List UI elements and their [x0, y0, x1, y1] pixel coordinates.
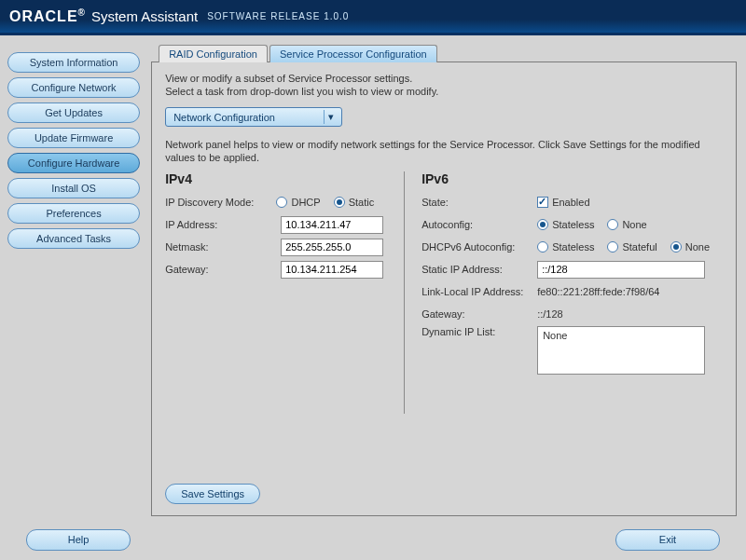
panel-hint: Network panel helps to view or modify ne… — [165, 138, 723, 164]
ipv4-dhcp-radio[interactable]: DHCP — [276, 197, 320, 208]
ipv4-netmask-input[interactable] — [281, 239, 383, 256]
ipv6-static-ip-label: Static IP Address: — [421, 264, 537, 275]
task-dropdown-value: Network Configuration — [173, 112, 275, 123]
ipv4-discovery-label: IP Discovery Mode: — [165, 197, 276, 208]
sidebar-item-preferences[interactable]: Preferences — [7, 203, 140, 224]
ipv4-section: IPv4 IP Discovery Mode: DHCP Static IP A… — [165, 171, 387, 414]
sidebar: System Information Configure Network Get… — [0, 35, 147, 522]
product-name: System Assistant — [91, 8, 198, 24]
sidebar-item-configure-hardware[interactable]: Configure Hardware — [7, 153, 140, 173]
ipv4-ip-label: IP Address: — [165, 219, 281, 230]
panel-description: View or modify a subset of Service Proce… — [165, 72, 723, 98]
sidebar-item-install-os[interactable]: Install OS — [7, 178, 140, 198]
ipv4-static-radio[interactable]: Static — [334, 197, 375, 208]
ipv4-gateway-label: Gateway: — [165, 264, 281, 275]
sidebar-item-system-information[interactable]: System Information — [7, 52, 140, 73]
ipv6-dhcpv6-label: DHCPv6 Autoconfig: — [421, 241, 537, 253]
ipv6-static-ip-input[interactable] — [537, 261, 705, 279]
sidebar-item-get-updates[interactable]: Get Updates — [7, 102, 140, 123]
tab-bar: RAID Configuration Service Processor Con… — [159, 45, 737, 62]
ipv6-dhcpv6-stateful-radio[interactable]: Stateful — [607, 241, 656, 253]
ipv6-section: IPv6 State: Enabled Autoconfig: Stateles… — [421, 171, 723, 414]
sidebar-item-configure-network[interactable]: Configure Network — [7, 77, 140, 98]
ipv6-link-local-label: Link-Local IP Address: — [421, 286, 537, 297]
ipv6-dynamic-list-label: Dynamic IP List: — [421, 326, 537, 337]
ipv6-enabled-checkbox[interactable]: Enabled — [537, 197, 589, 208]
task-dropdown[interactable]: Network Configuration ▾ — [165, 107, 342, 127]
ipv4-netmask-label: Netmask: — [165, 241, 281, 253]
sidebar-item-update-firmware[interactable]: Update Firmware — [7, 128, 140, 148]
sidebar-item-advanced-tasks[interactable]: Advanced Tasks — [7, 228, 140, 249]
help-button[interactable]: Help — [26, 529, 131, 551]
ipv6-gateway-value: ::/128 — [537, 308, 563, 320]
save-settings-button[interactable]: Save Settings — [165, 484, 260, 504]
ipv6-dhcpv6-stateless-radio[interactable]: Stateless — [537, 241, 594, 253]
release-subtitle: SOFTWARE RELEASE 1.0.0 — [207, 11, 349, 21]
app-header: ORACLE® System Assistant SOFTWARE RELEAS… — [0, 0, 746, 34]
main-panel: View or modify a subset of Service Proce… — [151, 61, 737, 516]
ipv4-gateway-input[interactable] — [281, 261, 383, 279]
brand-logo: ORACLE® — [9, 7, 86, 25]
tab-service-processor-configuration[interactable]: Service Processor Configuration — [269, 45, 437, 62]
column-divider — [404, 171, 405, 414]
ipv6-autoconfig-stateless-radio[interactable]: Stateless — [537, 219, 594, 230]
ipv4-heading: IPv4 — [165, 171, 387, 186]
panel-description-line1: View or modify a subset of Service Proce… — [165, 72, 723, 85]
ipv6-link-local-value: fe80::221:28ff:fede:7f98/64 — [537, 286, 659, 297]
tab-raid-configuration[interactable]: RAID Configuration — [159, 45, 268, 62]
ipv6-autoconfig-none-radio[interactable]: None — [607, 219, 646, 230]
panel-description-line2: Select a task from drop-down list you wi… — [165, 85, 723, 98]
ipv6-heading: IPv6 — [421, 171, 723, 186]
ipv6-dhcpv6-none-radio[interactable]: None — [670, 241, 710, 253]
ipv4-ip-input[interactable] — [281, 216, 383, 234]
ipv6-autoconfig-label: Autoconfig: — [421, 219, 537, 230]
footer: Help Exit — [0, 522, 746, 558]
chevron-down-icon: ▾ — [324, 110, 338, 124]
ipv6-dynamic-ip-list[interactable]: None — [537, 326, 705, 375]
ipv6-state-label: State: — [421, 197, 537, 208]
ipv6-gateway-label: Gateway: — [421, 308, 537, 320]
exit-button[interactable]: Exit — [615, 529, 720, 551]
